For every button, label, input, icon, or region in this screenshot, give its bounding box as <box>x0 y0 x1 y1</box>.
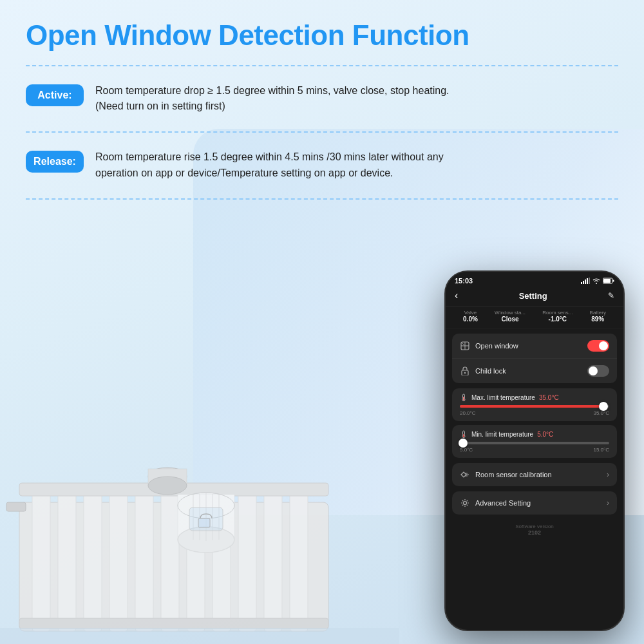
main-content: Open Window Detection Function Active: R… <box>0 0 644 227</box>
advanced-label: Advanced Setting <box>475 499 531 507</box>
svg-rect-33 <box>587 278 588 284</box>
stat-sensor-value: -1.0°C <box>542 316 573 323</box>
svg-rect-31 <box>583 281 584 284</box>
svg-point-51 <box>464 502 467 505</box>
max-temp-track[interactable] <box>460 405 609 408</box>
advanced-left: Advanced Setting <box>460 498 531 508</box>
calibration-section: Room sensor calibration › <box>452 463 617 486</box>
feature-release-row: Release: Room temperature rise 1.5 degre… <box>26 140 618 191</box>
min-temp-label: Min. limit temperature <box>471 431 533 438</box>
thermometer-max-icon <box>460 393 468 401</box>
open-window-left: Open window <box>460 341 518 351</box>
software-version-value: 2102 <box>446 529 623 536</box>
active-text: Room temperature drop ≥ 1.5 degree withi… <box>95 83 469 115</box>
phone-stats-row: Valve 0.0% Window sta... Close Room sens… <box>446 307 623 328</box>
max-temp-max-label: 35.0°C <box>593 410 609 416</box>
edit-icon[interactable]: ✎ <box>608 291 614 300</box>
svg-rect-13 <box>19 618 328 629</box>
release-text: Room temperature rise 1.5 degree within … <box>95 149 469 182</box>
signal-icon <box>581 278 590 284</box>
phone-footer: Software version 2102 <box>446 520 623 540</box>
child-lock-toggle[interactable] <box>587 365 609 377</box>
gear-icon <box>460 498 470 508</box>
toggle-section: Open window Child lo <box>452 334 617 383</box>
bottom-section: 15:03 <box>0 303 644 644</box>
svg-rect-30 <box>581 282 582 284</box>
max-temp-title: Max. limit temperature 35.0°C <box>460 393 609 401</box>
min-temp-value: 5.0°C <box>537 431 553 438</box>
phone-mockup: 15:03 <box>444 270 625 631</box>
child-lock-row: Child lock <box>452 359 617 383</box>
child-lock-label: Child lock <box>475 367 506 375</box>
min-temp-track[interactable] <box>460 442 609 444</box>
divider-bottom <box>26 198 618 200</box>
stat-window-value: Close <box>495 316 526 323</box>
page-title: Open Window Detection Function <box>26 19 618 52</box>
phone-status-bar: 15:03 <box>446 272 623 287</box>
svg-rect-6 <box>161 489 179 631</box>
min-temp-title: Min. limit temperature 5.0°C <box>460 430 609 438</box>
phone-time: 15:03 <box>455 277 473 285</box>
release-badge: Release: <box>26 151 84 173</box>
advanced-section: Advanced Setting › <box>452 491 617 515</box>
min-temp-min-label: 5.0°C <box>460 447 473 453</box>
stat-sensor: Room sens... -1.0°C <box>542 310 573 323</box>
stat-window-label: Window sta... <box>495 310 526 316</box>
max-temp-thumb[interactable] <box>599 402 608 411</box>
wifi-icon <box>592 278 600 284</box>
stat-battery: Battery 89% <box>590 310 606 323</box>
min-temp-labels: 5.0°C 15.0°C <box>460 447 609 453</box>
divider-top <box>26 65 618 66</box>
svg-rect-34 <box>589 278 590 284</box>
max-temp-labels: 20.0°C 35.0°C <box>460 410 609 416</box>
max-temp-min-label: 20.0°C <box>460 410 476 416</box>
svg-point-42 <box>464 372 466 374</box>
battery-icon <box>603 278 614 284</box>
advanced-row[interactable]: Advanced Setting › <box>452 491 617 515</box>
svg-rect-5 <box>135 489 153 631</box>
svg-rect-14 <box>6 502 26 511</box>
min-temp-section: Min. limit temperature 5.0°C 5.0°C 15.0°… <box>452 425 617 458</box>
window-icon <box>460 341 470 351</box>
svg-rect-11 <box>290 489 308 631</box>
stat-battery-label: Battery <box>590 310 606 316</box>
open-window-toggle[interactable] <box>587 340 609 352</box>
max-temp-value: 35.0°C <box>539 394 559 401</box>
svg-rect-1 <box>32 489 50 631</box>
max-temp-section: Max. limit temperature 35.0°C 20.0°C 35.… <box>452 388 617 421</box>
svg-rect-32 <box>585 279 586 284</box>
stat-battery-value: 89% <box>590 316 606 323</box>
phone-screen-title: Setting <box>519 291 547 301</box>
stat-valve-value: 0.0% <box>463 316 478 323</box>
svg-rect-2 <box>58 489 76 631</box>
svg-rect-28 <box>198 518 210 527</box>
open-window-label: Open window <box>475 342 518 350</box>
stat-sensor-label: Room sens... <box>542 310 573 316</box>
min-temp-max-label: 15.0°C <box>593 447 609 453</box>
phone-status-icons <box>581 278 614 284</box>
svg-rect-4 <box>109 489 128 631</box>
svg-point-50 <box>463 435 464 437</box>
open-window-row: Open window <box>452 334 617 359</box>
thermometer-min-icon <box>460 430 468 438</box>
stat-valve: Valve 0.0% <box>463 310 478 323</box>
svg-rect-3 <box>84 489 102 631</box>
divider-middle <box>26 131 618 133</box>
svg-rect-10 <box>264 489 282 631</box>
phone-body: 15:03 <box>444 270 625 631</box>
stat-valve-label: Valve <box>463 310 478 316</box>
software-version-label: Software version <box>446 524 623 529</box>
svg-rect-29 <box>0 628 399 644</box>
calibration-label: Room sensor calibration <box>475 471 552 478</box>
svg-rect-37 <box>613 280 614 282</box>
calibration-row[interactable]: Room sensor calibration › <box>452 463 617 486</box>
min-temp-thumb[interactable] <box>459 439 468 448</box>
active-badge: Active: <box>26 84 84 106</box>
back-icon[interactable]: ‹ <box>455 290 458 301</box>
radiator-svg <box>0 309 399 644</box>
stat-window: Window sta... Close <box>495 310 526 323</box>
lock-icon <box>460 366 470 376</box>
max-temp-label: Max. limit temperature <box>471 394 535 401</box>
calibration-left: Room sensor calibration <box>460 469 552 480</box>
advanced-chevron: › <box>607 498 609 507</box>
